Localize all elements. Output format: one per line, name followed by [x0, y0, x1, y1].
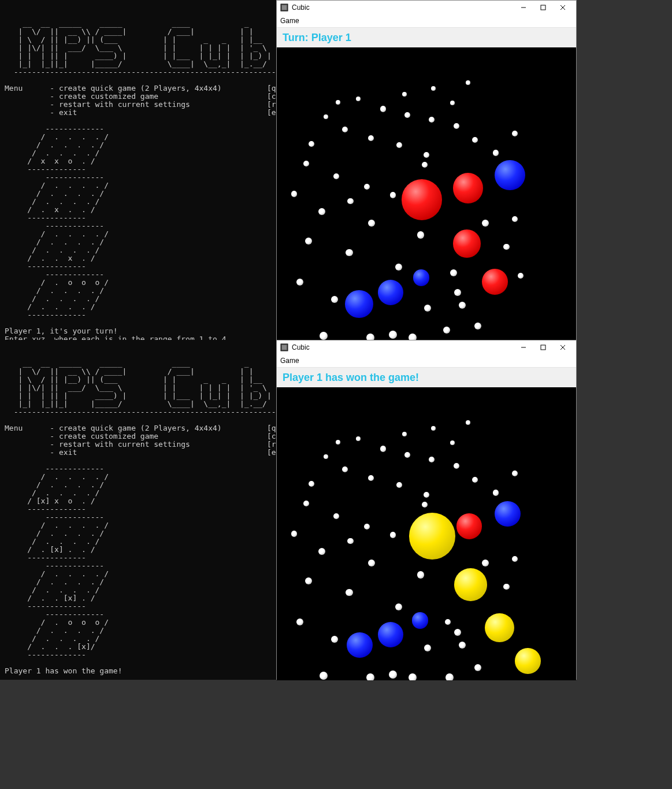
close-button[interactable]	[553, 340, 573, 354]
minimize-button[interactable]	[514, 1, 533, 14]
sphere-white[interactable]	[518, 273, 524, 279]
titlebar[interactable]: Cubic	[277, 1, 576, 14]
sphere-white[interactable]	[368, 220, 375, 227]
sphere-white[interactable]	[424, 492, 429, 498]
sphere-white[interactable]	[364, 524, 370, 529]
sphere-white[interactable]	[422, 502, 428, 508]
sphere-white[interactable]	[309, 141, 314, 147]
sphere-white[interactable]	[390, 532, 396, 538]
sphere-white[interactable]	[474, 323, 481, 329]
sphere-white[interactable]	[474, 664, 481, 671]
sphere-white[interactable]	[291, 531, 297, 536]
sphere-white[interactable]	[347, 538, 353, 544]
menu-game[interactable]: Game	[280, 17, 299, 25]
sphere-white[interactable]	[318, 548, 325, 555]
sphere-white[interactable]	[450, 269, 457, 276]
sphere-white[interactable]	[309, 481, 314, 487]
sphere-white[interactable]	[424, 644, 431, 651]
sphere-white[interactable]	[482, 560, 489, 566]
sphere-white[interactable]	[342, 127, 348, 132]
sphere-white[interactable]	[356, 436, 361, 441]
sphere-white[interactable]	[482, 220, 489, 227]
sphere-white[interactable]	[454, 629, 461, 636]
sphere-white[interactable]	[429, 457, 435, 462]
sphere-white[interactable]	[368, 475, 374, 481]
sphere-white[interactable]	[366, 673, 374, 680]
sphere-white[interactable]	[324, 114, 328, 119]
sphere-white[interactable]	[503, 244, 509, 250]
sphere-white[interactable]	[303, 501, 309, 506]
console-top[interactable]: __ __ _____ _____ ____ _ _ | \/ || __ \\…	[0, 0, 276, 340]
sphere-white[interactable]	[342, 466, 348, 472]
sphere-white[interactable]	[512, 131, 518, 136]
sphere-white[interactable]	[368, 135, 374, 141]
sphere-white[interactable]	[466, 420, 470, 425]
sphere-white[interactable]	[303, 161, 309, 166]
sphere-white[interactable]	[493, 150, 499, 155]
sphere-white[interactable]	[409, 673, 417, 680]
sphere-white[interactable]	[512, 471, 518, 476]
sphere-white[interactable]	[380, 446, 386, 451]
sphere-white[interactable]	[333, 173, 339, 179]
viewport-3d[interactable]	[277, 387, 576, 680]
sphere-white[interactable]	[346, 589, 352, 596]
sphere-white[interactable]	[318, 208, 325, 215]
sphere-white[interactable]	[450, 101, 455, 105]
menu-game[interactable]: Game	[280, 357, 299, 365]
sphere-white[interactable]	[324, 454, 328, 459]
sphere-white[interactable]	[450, 440, 455, 445]
sphere-white[interactable]	[320, 332, 328, 340]
sphere-white[interactable]	[454, 289, 461, 296]
sphere-white[interactable]	[454, 123, 459, 129]
sphere-white[interactable]	[356, 97, 361, 101]
sphere-white[interactable]	[305, 238, 312, 245]
sphere-white[interactable]	[472, 477, 478, 483]
console-bottom[interactable]: __ __ _____ _____ ____ _ _ | \/ || __ \\…	[0, 340, 276, 680]
sphere-white[interactable]	[390, 192, 396, 198]
sphere-white[interactable]	[431, 426, 436, 431]
sphere-white[interactable]	[396, 142, 402, 148]
sphere-white[interactable]	[503, 584, 509, 590]
sphere-white[interactable]	[291, 191, 297, 197]
viewport-3d[interactable]	[277, 47, 576, 340]
sphere-white[interactable]	[493, 490, 499, 495]
sphere-white[interactable]	[429, 117, 435, 123]
sphere-white[interactable]	[402, 432, 407, 436]
sphere-white[interactable]	[445, 619, 451, 625]
sphere-white[interactable]	[320, 672, 328, 680]
sphere-white[interactable]	[472, 137, 478, 143]
sphere-white[interactable]	[336, 440, 340, 444]
maximize-button[interactable]	[533, 1, 553, 14]
sphere-white[interactable]	[364, 184, 370, 190]
sphere-white[interactable]	[454, 463, 459, 469]
sphere-white[interactable]	[512, 216, 518, 222]
titlebar[interactable]: Cubic	[277, 340, 576, 354]
sphere-white[interactable]	[333, 513, 339, 519]
sphere-white[interactable]	[331, 636, 338, 643]
sphere-white[interactable]	[389, 671, 397, 679]
close-button[interactable]	[553, 1, 573, 14]
sphere-white[interactable]	[346, 249, 352, 256]
sphere-white[interactable]	[395, 264, 402, 271]
maximize-button[interactable]	[533, 340, 553, 354]
sphere-white[interactable]	[396, 482, 402, 488]
sphere-white[interactable]	[296, 279, 303, 286]
sphere-white[interactable]	[466, 80, 470, 85]
sphere-white[interactable]	[417, 231, 424, 238]
sphere-white[interactable]	[417, 571, 424, 578]
sphere-white[interactable]	[512, 556, 518, 562]
sphere-white[interactable]	[347, 198, 353, 204]
sphere-white[interactable]	[422, 162, 428, 168]
sphere-white[interactable]	[402, 92, 407, 97]
sphere-white[interactable]	[445, 673, 454, 680]
sphere-white[interactable]	[305, 577, 312, 584]
sphere-white[interactable]	[336, 100, 340, 105]
sphere-white[interactable]	[389, 331, 397, 339]
sphere-white[interactable]	[404, 452, 410, 458]
sphere-white[interactable]	[404, 112, 410, 118]
sphere-white[interactable]	[443, 327, 450, 334]
sphere-white[interactable]	[331, 296, 338, 303]
sphere-white[interactable]	[380, 106, 386, 112]
sphere-white[interactable]	[459, 642, 466, 649]
minimize-button[interactable]	[514, 340, 533, 354]
